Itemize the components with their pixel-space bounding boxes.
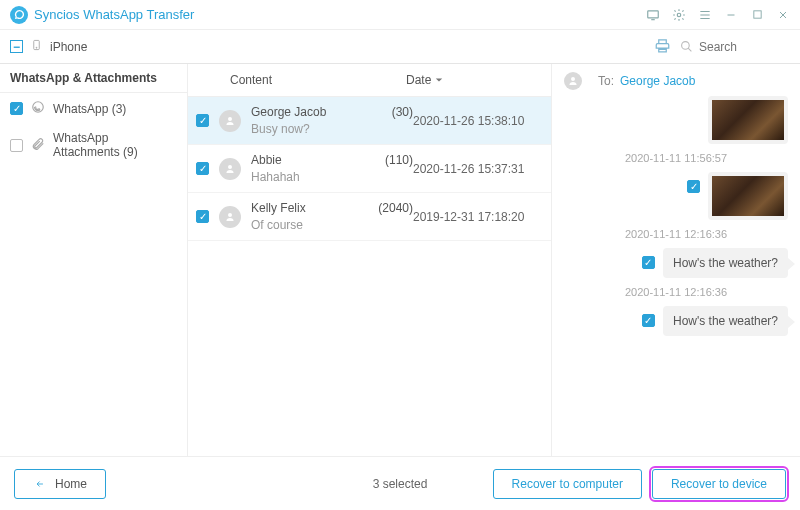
row-count: (2040)	[378, 201, 413, 215]
image-thumb	[712, 176, 784, 216]
recover-to-computer-button[interactable]: Recover to computer	[493, 469, 642, 499]
col-date[interactable]: Date	[406, 73, 551, 87]
footer: Home 3 selected Recover to computer Reco…	[0, 456, 800, 510]
print-icon[interactable]	[655, 38, 670, 56]
image-bubble[interactable]	[708, 96, 788, 144]
col-content[interactable]: Content	[230, 73, 406, 87]
message	[564, 96, 788, 144]
sidebar-item-attachments[interactable]: WhatsApp Attachments (9)	[0, 124, 187, 166]
row-date: 2019-12-31 17:18:20	[413, 210, 543, 224]
whatsapp-icon	[31, 100, 45, 117]
selected-count: 3 selected	[373, 477, 428, 491]
checkbox[interactable]: ✓	[196, 210, 209, 223]
row-count: (110)	[385, 153, 413, 167]
checkbox[interactable]: ✓	[687, 180, 700, 193]
message-timestamp: 2020-11-11 12:16:36	[564, 228, 788, 240]
sidebar: WhatsApp & Attachments ✓ WhatsApp (3) Wh…	[0, 64, 188, 456]
sort-desc-icon	[435, 76, 443, 84]
sidebar-header: WhatsApp & Attachments	[0, 64, 187, 93]
message-timestamp: 2020-11-11 12:16:36	[564, 286, 788, 298]
close-icon[interactable]	[776, 8, 790, 22]
menu-icon[interactable]	[698, 8, 712, 22]
row-preview: Hahahah	[251, 170, 413, 184]
message: 2020-11-11 11:56:57✓	[564, 152, 788, 220]
content: WhatsApp & Attachments ✓ WhatsApp (3) Wh…	[0, 64, 800, 456]
svg-point-5	[682, 42, 690, 50]
search-input[interactable]	[699, 40, 779, 54]
checkbox[interactable]	[10, 139, 23, 152]
row-preview: Of course	[251, 218, 413, 232]
svg-point-4	[36, 47, 37, 48]
checkbox[interactable]: ✓	[10, 102, 23, 115]
image-thumb	[712, 100, 784, 140]
svg-rect-2	[753, 11, 760, 18]
table-row[interactable]: ✓ Abbie(110)Hahahah 2020-11-26 15:37:31	[188, 145, 551, 193]
message: 2020-11-11 12:16:36✓How's the weather?	[564, 228, 788, 278]
message-timestamp: 2020-11-11 11:56:57	[564, 152, 788, 164]
settings-icon[interactable]	[672, 8, 686, 22]
sidebar-item-label: WhatsApp (3)	[53, 102, 126, 116]
collapse-button[interactable]: −	[10, 40, 23, 53]
attachment-icon	[31, 137, 45, 154]
preview-to: To: George Jacob	[564, 72, 788, 90]
feedback-icon[interactable]	[646, 8, 660, 22]
row-date: 2020-11-26 15:37:31	[413, 162, 543, 176]
home-button[interactable]: Home	[14, 469, 106, 499]
to-name: George Jacob	[620, 74, 695, 88]
table-header: Content Date	[188, 64, 551, 97]
row-date: 2020-11-26 15:38:10	[413, 114, 543, 128]
message: 2020-11-11 12:16:36✓How's the weather?	[564, 286, 788, 336]
to-label: To:	[598, 74, 614, 88]
app-logo-icon	[10, 6, 28, 24]
sidebar-item-whatsapp[interactable]: ✓ WhatsApp (3)	[0, 93, 187, 124]
recover-to-device-button[interactable]: Recover to device	[652, 469, 786, 499]
maximize-icon[interactable]	[750, 8, 764, 22]
table-row[interactable]: ✓ George Jacob(30)Busy now? 2020-11-26 1…	[188, 97, 551, 145]
text-bubble[interactable]: How's the weather?	[663, 248, 788, 278]
checkbox[interactable]: ✓	[642, 314, 655, 327]
avatar-icon	[219, 206, 241, 228]
svg-rect-0	[648, 10, 659, 17]
search-icon	[680, 40, 693, 53]
svg-point-1	[677, 13, 681, 17]
text-bubble[interactable]: How's the weather?	[663, 306, 788, 336]
row-name: Kelly Felix	[251, 201, 306, 215]
toolbar: − iPhone	[0, 30, 800, 64]
app-title: Syncios WhatsApp Transfer	[34, 7, 194, 22]
conversation-list: Content Date ✓ George Jacob(30)Busy now?…	[188, 64, 552, 456]
search-box[interactable]	[680, 40, 790, 54]
row-name: Abbie	[251, 153, 282, 167]
titlebar: Syncios WhatsApp Transfer	[0, 0, 800, 30]
sidebar-item-label: WhatsApp Attachments (9)	[53, 131, 177, 159]
avatar-icon	[219, 158, 241, 180]
row-name: George Jacob	[251, 105, 326, 119]
window-controls	[646, 8, 790, 22]
table-row[interactable]: ✓ Kelly Felix(2040)Of course 2019-12-31 …	[188, 193, 551, 241]
checkbox[interactable]: ✓	[642, 256, 655, 269]
phone-icon	[31, 38, 42, 55]
row-count: (30)	[392, 105, 413, 119]
row-preview: Busy now?	[251, 122, 413, 136]
device-name: iPhone	[50, 40, 87, 54]
checkbox[interactable]: ✓	[196, 162, 209, 175]
arrow-left-icon	[33, 479, 47, 489]
checkbox[interactable]: ✓	[196, 114, 209, 127]
minimize-icon[interactable]	[724, 8, 738, 22]
avatar-icon	[219, 110, 241, 132]
avatar-icon	[564, 72, 582, 90]
message-preview: To: George Jacob 2020-11-11 11:56:57✓202…	[552, 64, 800, 456]
image-bubble[interactable]	[708, 172, 788, 220]
